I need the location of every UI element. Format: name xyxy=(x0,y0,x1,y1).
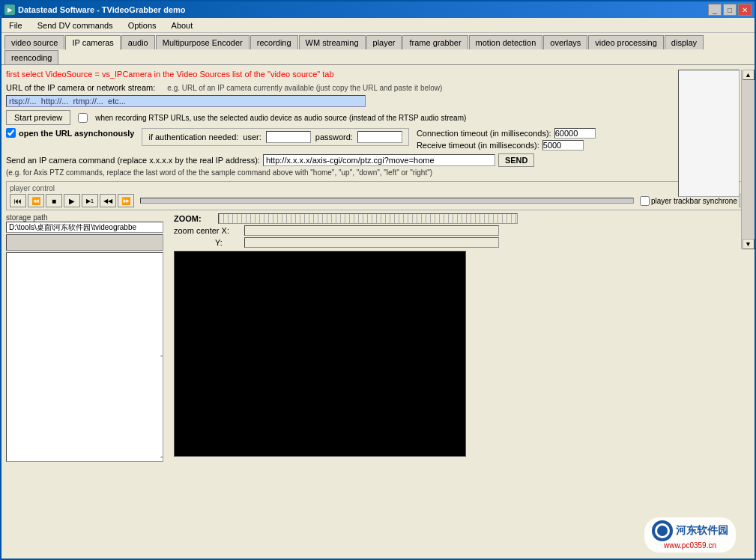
minimize-button[interactable]: _ xyxy=(708,4,722,16)
ptz-label: Send an IP camera command (replace x.x.x… xyxy=(6,156,260,165)
start-preview-button[interactable]: Start preview xyxy=(6,110,70,125)
ptz-note: (e.g. for Axis PTZ commands, replace the… xyxy=(6,168,750,177)
tab-multipurpose-encoder[interactable]: Multipurpose Encoder xyxy=(156,35,250,49)
ptz-input[interactable] xyxy=(263,154,495,166)
zoom-center-x-slider[interactable] xyxy=(244,225,499,236)
tab-video-source[interactable]: video source xyxy=(4,35,64,49)
bottom-section: storage path ZOOM: zoom center X: xyxy=(6,213,750,462)
url-hint: e.g. URL of an IP camera currently avail… xyxy=(167,84,442,92)
close-button[interactable]: ✕ xyxy=(738,4,752,16)
connection-timeout-input[interactable] xyxy=(554,128,596,139)
zoom-center-x-label: zoom center X: xyxy=(174,226,241,235)
ptz-row: Send an IP camera command (replace x.x.x… xyxy=(6,153,750,167)
player-step-forward-button[interactable]: ▶1 xyxy=(82,194,98,207)
preview-stub xyxy=(678,70,740,197)
menu-about[interactable]: About xyxy=(167,19,198,31)
video-left-marker: - xyxy=(160,352,163,359)
watermark: 河东软件园 www.pc0359.cn xyxy=(644,517,736,553)
file-list[interactable] xyxy=(6,252,163,462)
auth-section: if authentication needed: user: password… xyxy=(142,128,408,146)
gray-bar xyxy=(6,234,163,251)
window-title: Datastead Software - TVideoGrabber demo xyxy=(18,5,186,14)
tab-ip-cameras[interactable]: IP cameras xyxy=(65,35,120,50)
zoom-section: ZOOM: zoom center X: Y: xyxy=(174,213,750,248)
async-checkbox[interactable] xyxy=(6,128,16,138)
watermark-site-name: 河东软件园 xyxy=(676,524,728,538)
send-button[interactable]: SEND xyxy=(498,153,535,167)
zoom-label: ZOOM: xyxy=(174,214,215,223)
storage-path-input[interactable] xyxy=(6,222,163,233)
right-scrollbar[interactable]: ▲ ▼ xyxy=(741,70,755,249)
player-stop-button[interactable]: ■ xyxy=(46,194,62,207)
url-input[interactable] xyxy=(6,95,366,107)
menubar: File Send DV commands Options About xyxy=(1,18,755,33)
left-column: storage path xyxy=(6,213,169,462)
rtsp-audio-checkbox[interactable] xyxy=(78,113,88,123)
tab-overlays[interactable]: overlays xyxy=(543,35,587,49)
receive-timeout-input[interactable] xyxy=(542,140,584,150)
watermark-url: www.pc0359.cn xyxy=(664,541,716,550)
title-controls: _ □ ✕ xyxy=(708,4,752,16)
storage-path-section: storage path xyxy=(6,213,169,233)
tab-motion-detection[interactable]: motion detection xyxy=(469,35,543,49)
player-control-section: player control ⏮ ⏪ ■ ▶ ▶1 ◀◀ ⏩ player tr… xyxy=(6,181,750,210)
receive-timeout-label: Receive timeout (in milliseconds): xyxy=(417,141,539,150)
maximize-button[interactable]: □ xyxy=(723,4,737,16)
player-controls: ⏮ ⏪ ■ ▶ ▶1 ◀◀ ⏩ player trackbar synchron… xyxy=(10,194,746,207)
video-container: - - xyxy=(174,251,470,460)
password-label: password: xyxy=(315,133,353,141)
tab-audio[interactable]: audio xyxy=(121,35,155,49)
password-input[interactable] xyxy=(357,131,402,143)
info-bar: first select VideoSource = vs_IPCamera i… xyxy=(6,70,750,79)
user-label: user: xyxy=(243,133,261,141)
player-rewind-button[interactable]: ⏪ xyxy=(28,194,44,207)
menu-file[interactable]: File xyxy=(4,19,27,31)
rtsp-audio-label: when recording RTSP URLs, use the select… xyxy=(95,114,466,122)
auth-label: if authentication needed: xyxy=(148,133,238,141)
player-skip-back-button[interactable]: ⏮ xyxy=(10,194,26,207)
url-row: URL of the IP camera or network stream: … xyxy=(6,83,750,92)
zoom-center-y-slider[interactable] xyxy=(244,237,499,248)
tab-player[interactable]: player xyxy=(366,35,402,49)
zoom-slider[interactable] xyxy=(218,213,518,224)
title-bar: ▶ Datastead Software - TVideoGrabber dem… xyxy=(1,1,755,18)
player-fast-forward-button[interactable]: ⏩ xyxy=(118,194,134,207)
main-window: ▶ Datastead Software - TVideoGrabber dem… xyxy=(0,0,756,560)
tab-video-processing[interactable]: video processing xyxy=(588,35,664,49)
timeout-section: Connection timeout (in milliseconds): Re… xyxy=(417,128,596,150)
tab-reencoding[interactable]: reencoding xyxy=(4,50,58,64)
tab-frame-grabber[interactable]: frame grabber xyxy=(402,35,468,49)
title-bar-left: ▶ Datastead Software - TVideoGrabber dem… xyxy=(4,4,186,15)
menu-dv-commands[interactable]: Send DV commands xyxy=(33,19,118,31)
player-trackbar[interactable] xyxy=(140,198,634,204)
video-bottom-marker: - xyxy=(160,453,163,460)
storage-path-label: storage path xyxy=(6,213,169,222)
tab-content: first select VideoSource = vs_IPCamera i… xyxy=(1,64,755,559)
player-prev-button[interactable]: ◀◀ xyxy=(100,194,116,207)
tab-bar: video source IP cameras audio Multipurpo… xyxy=(1,33,755,64)
player-play-button[interactable]: ▶ xyxy=(64,194,80,207)
tab-recording[interactable]: recording xyxy=(250,35,298,49)
app-icon: ▶ xyxy=(4,4,15,15)
menu-options[interactable]: Options xyxy=(124,19,161,31)
async-label: open the URL asynchonously xyxy=(19,129,134,138)
url-label: URL of the IP camera or network stream: xyxy=(6,83,155,92)
connection-timeout-label: Connection timeout (in milliseconds): xyxy=(417,129,551,138)
player-sync-checkbox[interactable] xyxy=(640,196,650,206)
user-input[interactable] xyxy=(266,131,311,143)
right-column: ZOOM: zoom center X: Y: - - xyxy=(169,213,750,462)
watermark-icon xyxy=(652,520,673,541)
player-sync-label: player trackbar synchrone xyxy=(651,197,737,205)
zoom-center-y-label: Y: xyxy=(215,238,241,247)
video-preview xyxy=(174,251,466,457)
tab-wm-streaming[interactable]: WM streaming xyxy=(299,35,366,49)
tab-display[interactable]: display xyxy=(665,35,704,49)
player-control-label: player control xyxy=(10,184,746,192)
